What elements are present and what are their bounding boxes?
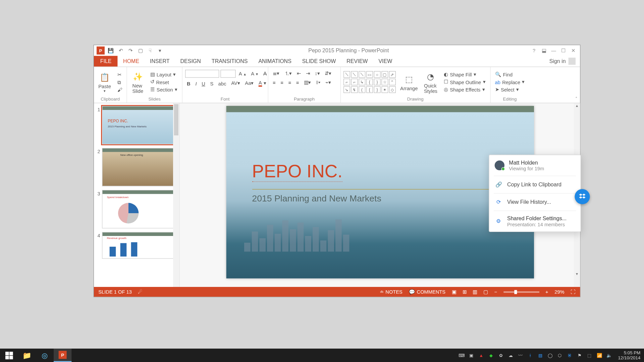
line-spacing-button[interactable]: ↕▾: [313, 70, 322, 77]
minimize-icon[interactable]: —: [550, 47, 557, 54]
grow-font-button[interactable]: A▴: [237, 71, 248, 77]
save-icon[interactable]: 💾: [107, 47, 114, 54]
paste-button[interactable]: 📋Paste▾: [97, 70, 113, 94]
cut-button[interactable]: ✂: [115, 71, 124, 78]
select-button[interactable]: ➤Select ▾: [493, 86, 526, 93]
underline-button[interactable]: U: [200, 80, 207, 86]
spellcheck-icon[interactable]: ☄: [138, 289, 142, 295]
taskbar-powerpoint[interactable]: P: [54, 349, 71, 362]
smartart-button[interactable]: ⌁▾: [324, 79, 333, 86]
volume-icon[interactable]: 🔈: [605, 352, 612, 359]
dropbox-viewer[interactable]: Matt Holden Viewing for 19m: [489, 155, 581, 176]
slide-1[interactable]: PEPO INC. 2015 Planning and New Markets: [226, 106, 534, 279]
shape-effects-button[interactable]: ◎Shape Effects ▾: [442, 86, 487, 93]
thumbnail-2[interactable]: 2 New office opening: [96, 148, 177, 186]
reading-view-icon[interactable]: ▥: [473, 289, 477, 295]
normal-view-icon[interactable]: ▣: [452, 289, 456, 295]
file-history-button[interactable]: ⟳ View File History...: [489, 193, 581, 210]
taskbar-app-1[interactable]: ◎: [36, 349, 54, 362]
tray-icon[interactable]: ☁: [507, 352, 514, 359]
font-name-combo[interactable]: [185, 70, 219, 78]
align-text-button[interactable]: ⫴▾: [314, 79, 322, 86]
shape-outline-button[interactable]: ☐Shape Outline ▾: [442, 79, 487, 85]
slide-subtitle[interactable]: 2015 Planning and New Markets: [252, 193, 381, 204]
justify-button[interactable]: ≡: [294, 79, 301, 86]
thumbnail-1[interactable]: 1 PEPO INC.2015 Planning and New Markets: [96, 106, 177, 144]
font-size-combo[interactable]: [220, 70, 235, 78]
start-button[interactable]: [0, 349, 18, 362]
strike-button[interactable]: S: [208, 80, 215, 86]
tab-file[interactable]: FILE: [94, 56, 118, 67]
section-button[interactable]: ☰Section ▾: [149, 86, 179, 93]
tray-icon[interactable]: ✿: [497, 352, 504, 359]
decrease-indent-button[interactable]: ⇤: [295, 70, 303, 77]
char-spacing-button[interactable]: AV▾: [229, 80, 242, 87]
slide-counter[interactable]: SLIDE 1 OF 13: [98, 289, 131, 295]
bluetooth-icon[interactable]: ᚼ: [527, 352, 534, 359]
new-slide-button[interactable]: ✨New Slide: [130, 69, 146, 95]
change-case-button[interactable]: Aa▾: [243, 80, 256, 87]
redo-icon[interactable]: ↷: [127, 47, 134, 54]
thumbnail-3[interactable]: 3 Spend breakdown: [96, 190, 177, 229]
thumbnails-scrollbar[interactable]: [173, 103, 179, 287]
notes-button[interactable]: ≐ NOTES: [380, 289, 402, 295]
copy-button[interactable]: ⧉: [115, 79, 124, 85]
quick-styles-button[interactable]: ◔Quick Styles: [422, 69, 439, 95]
reset-button[interactable]: ↺Reset: [149, 79, 179, 85]
tray-icon[interactable]: 〰: [517, 352, 524, 359]
help-icon[interactable]: ?: [531, 47, 537, 54]
close-icon[interactable]: ✕: [570, 47, 577, 54]
zoom-out-button[interactable]: −: [494, 289, 497, 295]
italic-button[interactable]: I: [194, 80, 199, 86]
sign-in-link[interactable]: Sign in: [549, 56, 580, 67]
shared-folder-settings-button[interactable]: ⚙ Shared Folder Settings... Presentation…: [489, 211, 581, 231]
zoom-percent[interactable]: 29%: [554, 289, 564, 295]
taskbar-clock[interactable]: 5:05 PM12/10/2014: [615, 350, 641, 360]
tray-icon[interactable]: ◯: [546, 352, 553, 359]
tray-icon[interactable]: ▲: [478, 352, 485, 359]
slide-title[interactable]: PEPO INC.: [252, 161, 342, 182]
align-right-button[interactable]: ≡: [286, 79, 293, 86]
tray-icon[interactable]: ▣: [468, 352, 475, 359]
tab-transitions[interactable]: TRANSITIONS: [206, 56, 253, 67]
comments-button[interactable]: 💬 COMMENTS: [409, 289, 446, 295]
align-center-button[interactable]: ≡: [279, 79, 285, 86]
bullets-button[interactable]: ≣▾: [271, 70, 281, 77]
ribbon-collapse-icon[interactable]: ⬓: [541, 47, 547, 54]
wifi-icon[interactable]: 📶: [596, 352, 603, 359]
tray-icon[interactable]: ⬚: [586, 352, 593, 359]
numbering-button[interactable]: ⒈▾: [282, 70, 293, 77]
tray-icon[interactable]: ⚑: [576, 352, 583, 359]
copy-link-button[interactable]: 🔗 Copy Link to Clipboard: [489, 176, 581, 193]
tray-icon[interactable]: ⬡: [556, 352, 564, 359]
format-painter-button[interactable]: 🖌: [115, 86, 124, 93]
sorter-view-icon[interactable]: ⊞: [463, 289, 467, 295]
increase-indent-button[interactable]: ⇥: [304, 70, 312, 77]
fit-to-window-icon[interactable]: ⛶: [571, 289, 576, 295]
tab-animations[interactable]: ANIMATIONS: [253, 56, 297, 67]
arrange-button[interactable]: ⬚Arrange: [398, 72, 420, 92]
clear-formatting-button[interactable]: A̶: [261, 70, 268, 77]
layout-button[interactable]: ▤Layout ▾: [149, 71, 179, 78]
keyboard-icon[interactable]: ⌨: [458, 352, 465, 359]
tray-icon[interactable]: ▧: [537, 352, 544, 359]
touch-icon[interactable]: ☟: [147, 47, 154, 54]
align-left-button[interactable]: ≡: [271, 79, 277, 86]
undo-icon[interactable]: ↶: [117, 47, 124, 54]
tab-design[interactable]: DESIGN: [175, 56, 206, 67]
replace-button[interactable]: abReplace ▾: [493, 79, 526, 85]
dropbox-badge-icon[interactable]: [575, 189, 590, 204]
tray-icon[interactable]: ◆: [487, 352, 494, 359]
font-color-button[interactable]: A▾: [257, 79, 268, 87]
thumbnail-4[interactable]: 4 Revenue growth: [96, 232, 177, 259]
shape-fill-button[interactable]: ◐Shape Fill ▾: [442, 71, 487, 78]
shadow-button[interactable]: abc: [217, 80, 228, 86]
shrink-font-button[interactable]: A▾: [249, 71, 260, 77]
find-button[interactable]: 🔍Find: [493, 71, 526, 78]
bold-button[interactable]: B: [185, 80, 192, 86]
zoom-slider[interactable]: [503, 291, 539, 293]
shapes-gallery[interactable]: ＼＼＼▭○▢⇗ ⌐⌐↳{}☆⌃ ↘↯({}✶◇: [343, 71, 396, 93]
tray-icon[interactable]: ⛨: [566, 352, 573, 359]
tab-view[interactable]: VIEW: [373, 56, 397, 67]
tab-slideshow[interactable]: SLIDE SHOW: [297, 56, 341, 67]
